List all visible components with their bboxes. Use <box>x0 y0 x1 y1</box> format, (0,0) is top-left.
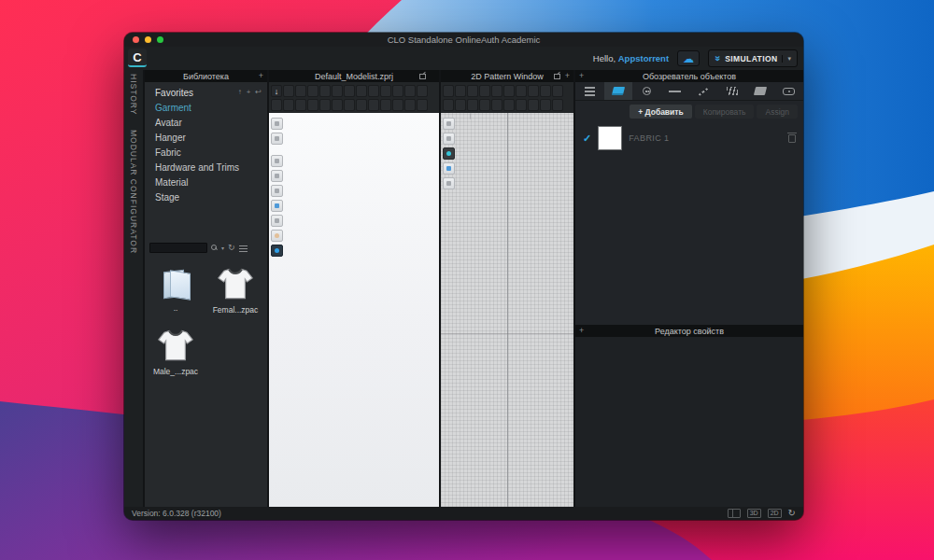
history-tab[interactable]: HISTORY <box>129 74 138 115</box>
refresh-icon[interactable]: ↻ <box>228 244 235 252</box>
undock-icon[interactable] <box>419 74 426 79</box>
toolbar-button[interactable] <box>417 85 428 97</box>
simulation-button[interactable]: » SIMULATION ▾ <box>708 49 798 67</box>
add-tab-icon[interactable]: + <box>579 327 584 335</box>
add-tab-icon[interactable]: + <box>259 72 263 80</box>
simulate-tool-icon[interactable] <box>271 118 283 130</box>
toolbar-button[interactable] <box>540 99 551 111</box>
toolbar-button[interactable] <box>443 85 454 97</box>
library-item-avatar[interactable]: Avatar <box>145 115 267 130</box>
add-icon[interactable]: + <box>247 89 251 96</box>
file-tile-female-garment[interactable]: Femal...zpac <box>212 266 259 315</box>
toolbar-button[interactable] <box>479 99 490 111</box>
render-globe-tool-icon[interactable] <box>271 245 283 257</box>
toolbar-button[interactable] <box>295 85 306 97</box>
toolbar-button[interactable] <box>307 85 318 97</box>
simulation-dropdown-caret[interactable]: ▾ <box>782 55 791 63</box>
library-item-material[interactable]: Material <box>145 175 267 189</box>
fabric-swatch[interactable] <box>598 126 622 150</box>
toolbar-button[interactable] <box>516 99 527 111</box>
close-button[interactable] <box>133 36 139 43</box>
gizmo-arrow-button[interactable]: ↓ <box>271 85 282 97</box>
library-item-fabric[interactable]: Fabric <box>145 145 267 160</box>
add-tab-icon[interactable]: + <box>579 72 584 80</box>
toolbar-button[interactable] <box>455 99 466 111</box>
avatar-display-tool-icon[interactable] <box>271 133 283 145</box>
transform-pattern-tool-icon[interactable] <box>443 133 455 145</box>
toolbar-button[interactable] <box>332 99 343 111</box>
garment-fit-tool-icon[interactable] <box>443 177 455 189</box>
toolbar-button[interactable] <box>307 99 318 111</box>
toolbar-button[interactable] <box>319 99 331 111</box>
library-item-favorites[interactable]: Favorites ↑ + ↩ <box>145 85 267 100</box>
toolbar-button[interactable] <box>356 85 367 97</box>
3d-viewport[interactable] <box>269 113 439 507</box>
toolbar-button[interactable] <box>392 99 403 111</box>
search-options-caret[interactable]: ▾ <box>221 245 224 251</box>
toolbar-button[interactable] <box>344 99 355 111</box>
library-item-stage[interactable]: Stage <box>145 189 267 204</box>
modular-configurator-tab[interactable]: MODULAR CONFIGURATOR <box>129 130 138 254</box>
undock-icon[interactable] <box>554 74 560 79</box>
tab-scene-list[interactable] <box>575 82 604 100</box>
toolbar-button[interactable] <box>503 99 515 111</box>
toolbar-button[interactable] <box>332 85 343 97</box>
measure-tool-icon[interactable] <box>271 185 283 197</box>
tab-puckering[interactable] <box>718 82 747 100</box>
toolbar-button[interactable] <box>404 99 416 111</box>
library-item-hanger[interactable]: Hanger <box>145 130 267 145</box>
toolbar-button[interactable] <box>491 99 502 111</box>
back-arrow-icon[interactable]: ↩ <box>255 89 262 96</box>
2d-pattern-canvas[interactable] <box>441 113 573 507</box>
fabric-check-icon[interactable]: ✓ <box>583 133 591 145</box>
add-fabric-button[interactable]: + Добавить <box>630 105 692 119</box>
pattern-window-tool-icon[interactable] <box>271 200 283 212</box>
toolbar-button[interactable] <box>540 85 551 97</box>
maximize-button[interactable] <box>157 36 163 43</box>
toolbar-button[interactable] <box>455 85 466 97</box>
list-view-icon[interactable] <box>239 245 248 252</box>
toolbar-button[interactable] <box>283 99 294 111</box>
toolbar-button[interactable] <box>479 85 490 97</box>
toolbar-button[interactable] <box>552 99 563 111</box>
clo-logo[interactable]: C <box>128 49 147 67</box>
tab-button[interactable] <box>632 82 661 100</box>
3d-view-button[interactable]: 3D <box>747 509 761 518</box>
library-item-hardware-and-trims[interactable]: Hardware and Trims <box>145 160 267 175</box>
toolbar-button[interactable] <box>380 99 391 111</box>
file-tile-parent-folder[interactable]: .. <box>152 266 199 315</box>
toolbar-button[interactable] <box>552 85 563 97</box>
toolbar-button[interactable] <box>344 85 355 97</box>
file-tile-male-garment[interactable]: Male_...zpac <box>152 328 199 376</box>
toolbar-button[interactable] <box>516 85 527 97</box>
add-tab-icon[interactable]: + <box>565 72 570 80</box>
sewing-tool-icon[interactable] <box>271 170 283 182</box>
fold-arrangement-tool-icon[interactable] <box>271 215 283 227</box>
assign-fabric-button[interactable]: Assign <box>757 105 798 119</box>
search-icon[interactable] <box>211 245 218 251</box>
pin-tool-icon[interactable] <box>271 155 283 167</box>
toolbar-button[interactable] <box>392 85 403 97</box>
toolbar-button[interactable] <box>467 99 478 111</box>
tab-measure[interactable] <box>775 82 804 100</box>
toolbar-button[interactable] <box>283 85 294 97</box>
toolbar-button[interactable] <box>467 85 478 97</box>
2d-view-button[interactable]: 2D <box>768 509 782 518</box>
toolbar-button[interactable] <box>368 99 379 111</box>
tab-stitch[interactable] <box>689 82 718 100</box>
fabric-list-item[interactable]: ✓ FABRIC 1 <box>575 121 803 155</box>
toolbar-button[interactable] <box>528 85 539 97</box>
avatar-mannequin-tool-icon[interactable] <box>271 230 283 242</box>
toolbar-button[interactable] <box>319 85 331 97</box>
toolbar-button[interactable] <box>417 99 428 111</box>
show-3d-overlay-toggle-icon[interactable] <box>443 147 455 160</box>
upload-icon[interactable]: ↑ <box>238 89 242 96</box>
tab-fabric[interactable] <box>604 82 633 100</box>
pattern-piece-tool-icon[interactable] <box>443 162 455 175</box>
edit-pattern-tool-icon[interactable] <box>443 118 455 130</box>
copy-fabric-button[interactable]: Копировать <box>695 105 755 119</box>
toolbar-button[interactable] <box>271 99 282 111</box>
sync-icon[interactable]: ↻ <box>788 509 796 518</box>
library-item-garment[interactable]: Garment <box>145 100 267 115</box>
toolbar-button[interactable] <box>368 85 379 97</box>
